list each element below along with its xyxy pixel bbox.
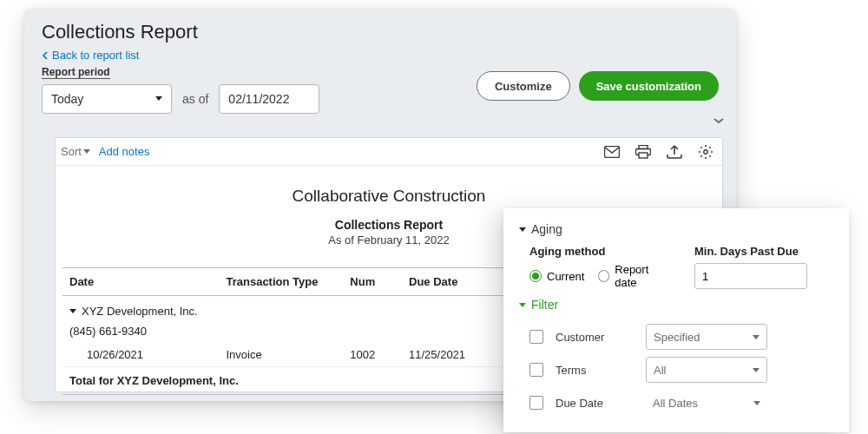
filter-customer-select[interactable]: Specified: [646, 324, 767, 350]
filter-row-duedate: Due Date All Dates: [529, 386, 833, 419]
svg-rect-3: [639, 153, 648, 158]
filter-row-terms: Terms All: [529, 353, 833, 386]
svg-rect-0: [605, 146, 620, 157]
chevron-down-icon: [753, 368, 760, 372]
aging-method-label: Aging method: [529, 245, 668, 258]
asof-date-input[interactable]: 02/11/2022: [219, 84, 319, 114]
min-days-label: Min. Days Past Due: [694, 245, 833, 258]
back-to-list-link[interactable]: Back to report list: [42, 49, 139, 62]
save-customization-button[interactable]: Save customization: [579, 71, 719, 101]
sort-label: Sort: [61, 145, 82, 158]
filter-terms-label: Terms: [556, 364, 634, 377]
min-days-value: 1: [702, 270, 708, 283]
caret-down-icon: [519, 227, 526, 232]
asof-date-value: 02/11/2022: [228, 92, 289, 106]
caret-down-icon: [83, 149, 90, 154]
report-period-value: Today: [51, 92, 83, 106]
back-link-label: Back to report list: [52, 49, 139, 62]
aging-method-current-label: Current: [547, 270, 584, 283]
export-icon[interactable]: [667, 145, 682, 159]
caret-down-icon: [519, 303, 526, 307]
sort-menu[interactable]: Sort: [61, 145, 90, 158]
filter-customer-value: Specified: [654, 331, 700, 344]
header-buttons: Customize Save customization: [477, 71, 719, 101]
filter-duedate-label: Due Date: [556, 397, 634, 410]
report-header: Collections Report Back to report list R…: [24, 9, 736, 129]
asof-label: as of: [182, 92, 208, 106]
filter-section-toggle[interactable]: Filter: [519, 298, 833, 312]
filter-terms-select[interactable]: All: [646, 357, 767, 383]
chevron-down-icon: [155, 96, 162, 101]
filter-customer-checkbox[interactable]: [529, 330, 543, 344]
chevron-left-icon: [42, 51, 49, 60]
filter-duedate-value: All Dates: [653, 397, 698, 410]
filter-row-customer: Customer Specified: [529, 320, 833, 353]
add-notes-link[interactable]: Add notes: [99, 145, 150, 158]
filter-duedate-checkbox[interactable]: [529, 396, 543, 410]
col-date[interactable]: Date: [62, 268, 219, 296]
cell-num: 1002: [343, 343, 402, 367]
aging-method-current-radio[interactable]: [529, 270, 542, 282]
filter-terms-checkbox[interactable]: [529, 363, 543, 377]
chevron-down-icon: [753, 335, 760, 339]
report-period-select[interactable]: Today: [42, 84, 172, 114]
caret-down-icon: [69, 309, 76, 313]
filter-duedate-select[interactable]: All Dates: [646, 390, 767, 416]
col-type[interactable]: Transaction Type: [219, 268, 343, 296]
filter-terms-value: All: [654, 364, 666, 377]
col-num[interactable]: Num: [343, 268, 402, 296]
print-icon[interactable]: [635, 145, 651, 159]
min-days-input[interactable]: 1: [694, 263, 807, 289]
gear-icon[interactable]: [698, 144, 713, 160]
sheet-toolbar: Sort Add notes: [56, 138, 722, 166]
company-name: Collaborative Construction: [56, 187, 722, 206]
chevron-down-icon: [753, 401, 760, 405]
aging-method-reportdate-radio[interactable]: [598, 270, 609, 282]
aging-method-reportdate-label: Report date: [615, 263, 668, 289]
cell-type: Invoice: [219, 343, 343, 367]
customize-panel: Aging Aging method Current Report date M: [503, 208, 849, 432]
page-title: Collections Report: [42, 21, 719, 43]
cell-date: 10/26/2021: [62, 343, 219, 367]
email-icon[interactable]: [604, 146, 620, 158]
report-period-label: Report period: [42, 66, 110, 79]
chevron-down-icon: [712, 114, 726, 128]
collapse-header-toggle[interactable]: [712, 114, 726, 131]
customer-name: XYZ Development, Inc.: [82, 305, 198, 318]
customize-button[interactable]: Customize: [477, 71, 570, 101]
svg-point-4: [704, 149, 707, 153]
filter-section-label: Filter: [531, 298, 558, 312]
filter-customer-label: Customer: [556, 331, 634, 344]
aging-section-toggle[interactable]: Aging: [519, 222, 833, 236]
aging-section-label: Aging: [531, 222, 562, 236]
